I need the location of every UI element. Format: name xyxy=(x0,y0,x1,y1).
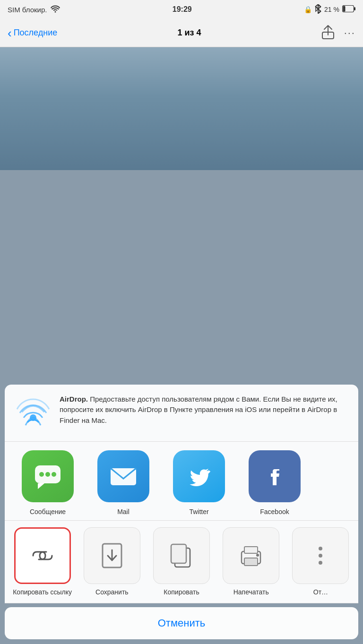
nav-back-label: Последние xyxy=(14,28,58,38)
copy-button[interactable] xyxy=(153,527,210,584)
svg-point-17 xyxy=(256,554,259,557)
app-mail[interactable]: Mail xyxy=(88,450,159,515)
messages-icon xyxy=(22,450,74,502)
app-messages[interactable]: Сообщение xyxy=(12,450,83,515)
app-twitter[interactable]: Twitter xyxy=(164,450,234,515)
copy-link-label: Копировать ссылку xyxy=(13,588,72,596)
nav-back-button[interactable]: ‹ Последние xyxy=(8,27,57,39)
save-label: Сохранить xyxy=(95,588,129,596)
svg-rect-15 xyxy=(244,558,258,566)
bluetooth-icon xyxy=(315,4,321,15)
carrier-label: SIM блокир. xyxy=(8,6,47,14)
svg-point-19 xyxy=(319,554,322,558)
lock-icon: 🔒 xyxy=(304,6,312,13)
background-area xyxy=(0,47,363,170)
mail-icon xyxy=(97,450,149,502)
app-facebook[interactable]: Facebook xyxy=(239,450,310,515)
other-button[interactable] xyxy=(292,527,349,584)
action-other[interactable]: От… xyxy=(288,527,354,596)
battery-icon xyxy=(342,5,355,14)
svg-point-8 xyxy=(45,472,50,477)
svg-point-18 xyxy=(319,547,322,550)
actions-section: Копировать ссылку Сохранить Копировать xyxy=(5,521,358,603)
facebook-label: Facebook xyxy=(260,508,289,515)
back-chevron-icon: ‹ xyxy=(8,27,12,39)
svg-marker-6 xyxy=(38,483,44,489)
svg-point-9 xyxy=(52,472,56,477)
action-print[interactable]: Напечатать xyxy=(218,527,284,596)
share-sheet: AirDrop. Предоставьте доступ пользовател… xyxy=(0,385,363,644)
action-copy-link[interactable]: Копировать ссылку xyxy=(9,527,75,596)
battery-label: 21 % xyxy=(324,6,339,13)
more-icon[interactable]: ··· xyxy=(344,27,355,39)
cancel-section[interactable]: Отменить xyxy=(5,607,358,639)
nav-bar: ‹ Последние 1 из 4 ··· xyxy=(0,19,363,47)
action-copy[interactable]: Копировать xyxy=(148,527,214,596)
share-icon[interactable] xyxy=(321,25,335,42)
cancel-label: Отменить xyxy=(158,617,206,629)
other-label: От… xyxy=(313,588,328,596)
status-right: 🔒 21 % xyxy=(304,4,355,15)
facebook-icon xyxy=(249,450,301,502)
apps-section: Сообщение Mail Twitter xyxy=(5,442,358,521)
nav-title: 1 из 4 xyxy=(177,28,201,38)
status-left: SIM блокир. xyxy=(8,5,60,14)
status-time: 19:29 xyxy=(173,5,192,14)
status-bar: SIM блокир. 19:29 🔒 21 % xyxy=(0,0,363,19)
nav-right-actions: ··· xyxy=(321,25,355,42)
mail-label: Mail xyxy=(117,508,130,515)
airdrop-section: AirDrop. Предоставьте доступ пользовател… xyxy=(5,385,358,442)
twitter-label: Twitter xyxy=(189,508,208,515)
print-label: Напечатать xyxy=(233,588,269,596)
airdrop-body: Предоставьте доступ пользователям рядом … xyxy=(60,395,337,424)
airdrop-description: AirDrop. Предоставьте доступ пользовател… xyxy=(60,394,349,426)
airdrop-title: AirDrop. xyxy=(60,395,88,403)
wifi-icon xyxy=(51,5,60,14)
svg-rect-2 xyxy=(343,6,346,11)
save-button[interactable] xyxy=(84,527,140,584)
copy-link-button[interactable] xyxy=(14,527,71,584)
svg-point-7 xyxy=(39,472,44,477)
airdrop-icon xyxy=(14,396,52,434)
svg-rect-13 xyxy=(171,544,186,563)
action-save[interactable]: Сохранить xyxy=(79,527,145,596)
svg-rect-1 xyxy=(354,7,355,10)
svg-point-20 xyxy=(319,561,322,565)
copy-label: Копировать xyxy=(164,588,199,596)
twitter-icon xyxy=(173,450,225,502)
messages-label: Сообщение xyxy=(30,508,66,515)
print-button[interactable] xyxy=(223,527,279,584)
svg-rect-16 xyxy=(244,547,258,553)
